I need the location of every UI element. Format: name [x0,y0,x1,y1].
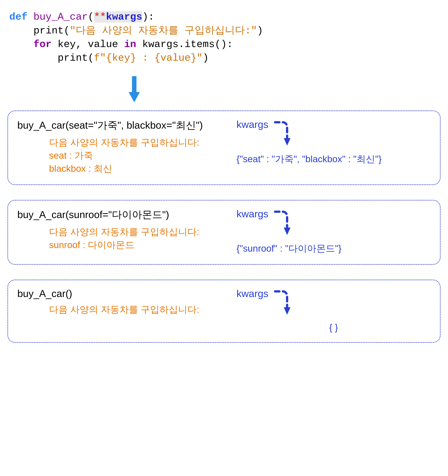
output-line: seat : 가죽 [49,149,231,162]
function-call: buy_A_car() [17,288,231,299]
kwargs-param: kwargs [106,11,142,23]
example-left: buy_A_car(sunroof="다이아몬드")다음 사양의 자동차를 구입… [17,208,231,251]
curved-arrow-icon [274,288,293,316]
output-line: sunroof : 다이아몬드 [49,238,231,251]
example-right: kwargs{"sunroof" : "다이아몬드"} [231,208,431,255]
svg-rect-0 [132,76,137,93]
function-call: buy_A_car(sunroof="다이아몬드") [17,208,231,221]
output-line: blackbox : 최신 [49,162,231,175]
example-right: kwargs{ } [231,288,431,333]
output-block: 다음 사양의 자동차를 구입하십니다:seat : 가죽blackbox : 최… [49,136,231,175]
function-call: buy_A_car(seat="가죽", blackbox="최신") [17,119,231,132]
example-left: buy_A_car()다음 사양의 자동차를 구입하십니다: [17,288,231,316]
paren: ) [203,52,209,64]
paren-close: ): [142,11,154,23]
example-left: buy_A_car(seat="가죽", blackbox="최신")다음 사양… [17,119,231,175]
example-right: kwargs{"seat" : "가죽", "blackbox" : "최신"} [231,119,431,165]
print-call: print( [9,52,94,64]
fstring-literal: f"{key} : {value}" [94,52,203,64]
output-header: 다음 사양의 자동차를 구입하십니다: [49,136,231,149]
function-name: buy_A_car [28,11,88,23]
kwargs-label: kwargs [237,288,268,299]
example-box-2: buy_A_car()다음 사양의 자동차를 구입하십니다:kwargs{ } [7,280,441,343]
example-box-0: buy_A_car(seat="가죽", blackbox="최신")다음 사양… [7,111,441,185]
paren-open: ( [88,11,94,23]
kwargs-label: kwargs [237,208,268,220]
output-block: 다음 사양의 자동차를 구입하십니다: [49,303,231,316]
kwargs-dict-value: {"sunroof" : "다이아몬드"} [237,242,431,255]
arrow-down-icon [127,76,441,103]
iter-expr: kwargs.items(): [142,39,233,50]
keyword-def: def [9,11,28,23]
kwargs-label: kwargs [237,119,268,130]
svg-marker-3 [284,227,290,235]
paren: ) [257,25,263,36]
print-call: print( [9,25,70,36]
kwargs-dict-value: {"seat" : "가죽", "blackbox" : "최신"} [237,153,431,165]
code-def-line: def buy_A_car(**kwargs): [9,11,441,23]
kwargs-dict-value: { } [237,322,431,333]
kwargs-row: kwargs [237,119,431,147]
output-header: 다음 사양의 자동차를 구입하십니다: [49,303,231,316]
output-header: 다음 사양의 자동차를 구입하십니다: [49,225,231,238]
svg-marker-1 [129,92,140,102]
curved-arrow-icon [274,208,293,237]
svg-marker-2 [284,138,290,146]
loop-vars: key, value [58,39,118,50]
kwargs-row: kwargs [237,288,431,316]
kwargs-row: kwargs [237,208,431,237]
example-box-1: buy_A_car(sunroof="다이아몬드")다음 사양의 자동차를 구입… [7,200,441,265]
output-block: 다음 사양의 자동차를 구입하십니다:sunroof : 다이아몬드 [49,225,231,251]
stars-operator: ** [94,11,106,23]
curved-arrow-icon [274,119,293,147]
string-literal: "다음 사양의 자동차를 구입하십니다:" [70,25,257,36]
keyword-for: for [9,39,58,50]
svg-marker-4 [284,307,290,315]
code-body: print("다음 사양의 자동차를 구입하십니다:") for key, va… [9,24,441,65]
keyword-in: in [118,39,142,50]
